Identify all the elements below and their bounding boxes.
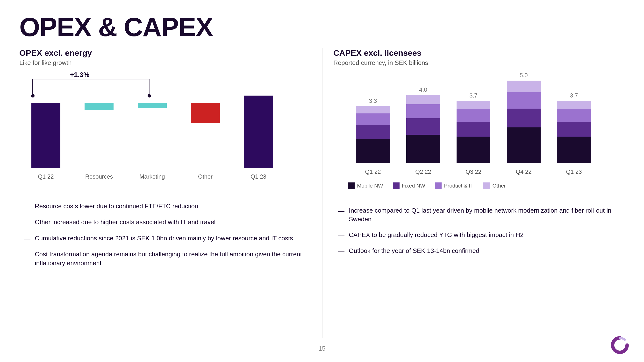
capex-x-labels: Q1 22 Q2 22 Q3 22 Q4 22 Q1 23 xyxy=(348,168,599,175)
wf-bar-resources xyxy=(84,103,114,168)
wf-bar-segment xyxy=(191,103,220,123)
segment-other xyxy=(456,101,490,109)
bullet-dash-1: — xyxy=(24,202,30,211)
wf-xlabel-q123: Q1 23 xyxy=(244,173,273,180)
bracket-label: +1.3% xyxy=(70,71,90,79)
wf-spacer xyxy=(84,110,114,168)
right-bullet-3: — Outlook for the year of SEK 13-14bn co… xyxy=(338,246,628,256)
chart-legend: Mobile NW Fixed NW Product & IT Other xyxy=(348,182,628,189)
segment-product-it xyxy=(507,92,540,109)
bullet-dash-4: — xyxy=(24,250,30,259)
segment-fixed-nw xyxy=(406,118,440,135)
right-bullet-text-3: Outlook for the year of SEK 13-14bn conf… xyxy=(349,246,480,255)
bullet-text-1: Resource costs lower due to continued FT… xyxy=(35,202,198,210)
wf-spacer xyxy=(138,108,167,168)
section-divider xyxy=(322,48,322,338)
capex-xlabel-q422: Q4 22 xyxy=(507,168,540,175)
left-bullets: — Resource costs lower due to continued … xyxy=(19,202,314,267)
left-panel: OPEX excl. energy Like for like growth +… xyxy=(19,48,314,274)
right-bullet-2: — CAPEX to be gradually reduced YTG with… xyxy=(338,231,628,240)
segment-other xyxy=(406,95,440,104)
bullet-2: — Other increased due to higher costs as… xyxy=(24,218,314,227)
stacked-q122 xyxy=(356,106,390,163)
legend-color-product-it xyxy=(435,182,442,189)
capex-section-title: CAPEX excl. licensees xyxy=(333,48,628,58)
bullet-1: — Resource costs lower due to continued … xyxy=(24,202,314,211)
company-logo xyxy=(610,336,630,355)
legend-label-product-it: Product & IT xyxy=(444,183,474,189)
bullet-text-4: Cost transformation agenda remains but c… xyxy=(35,250,314,267)
segment-mobile-nw xyxy=(507,127,540,163)
right-bullet-dash-2: — xyxy=(338,231,344,240)
legend-fixed-nw: Fixed NW xyxy=(393,182,426,189)
segment-product-it xyxy=(356,113,390,125)
wf-spacer xyxy=(191,123,220,168)
capex-bar-q422: 5.0 xyxy=(507,72,540,163)
capex-section-subtitle: Reported currency, in SEK billions xyxy=(333,59,628,67)
waterfall-bars xyxy=(19,88,285,168)
capex-bar-q123: 3.7 xyxy=(557,92,591,163)
bar-total-q322: 3.7 xyxy=(469,92,477,99)
segment-other xyxy=(356,106,390,113)
bullet-text-3: Cumulative reductions since 2021 is SEK … xyxy=(35,234,293,243)
waterfall-chart: +1.3% xyxy=(19,76,285,182)
capex-xlabel-q222: Q2 22 xyxy=(406,168,440,175)
capex-xlabel-q123: Q1 23 xyxy=(557,168,591,175)
right-bullet-text-2: CAPEX to be gradually reduced YTG with b… xyxy=(349,231,524,239)
capex-xlabel-q322: Q3 22 xyxy=(456,168,490,175)
right-bullet-1: — Increase compared to Q1 last year driv… xyxy=(338,206,628,224)
capex-bars-container: 3.3 4.0 3.7 xyxy=(348,83,599,163)
bar-total-q122: 3.3 xyxy=(369,97,377,104)
stacked-q422 xyxy=(507,81,540,163)
right-bullet-dash-1: — xyxy=(338,207,344,215)
segment-mobile-nw xyxy=(557,137,591,163)
opex-section-title: OPEX excl. energy xyxy=(19,48,314,58)
wf-bar-segment xyxy=(138,103,167,108)
page-number: 15 xyxy=(318,345,326,352)
wf-xlabel-marketing: Marketing xyxy=(138,173,167,180)
segment-other xyxy=(507,81,540,92)
stacked-q322 xyxy=(456,101,490,163)
wf-bar-other xyxy=(191,103,220,168)
bar-total-q422: 5.0 xyxy=(520,72,528,79)
segment-fixed-nw xyxy=(456,122,490,137)
bullet-text-2: Other increased due to higher costs asso… xyxy=(35,218,216,226)
legend-label-other: Other xyxy=(492,183,506,189)
wf-xlabel-q122: Q1 22 xyxy=(32,173,60,180)
segment-fixed-nw xyxy=(507,109,540,127)
legend-label-mobile-nw: Mobile NW xyxy=(357,183,383,189)
capex-bar-q222: 4.0 xyxy=(406,86,440,163)
capex-bar-chart: 3.3 4.0 3.7 xyxy=(333,76,599,178)
right-bullets: — Increase compared to Q1 last year driv… xyxy=(333,206,628,256)
bar-total-q123: 3.7 xyxy=(570,92,578,99)
legend-product-it: Product & IT xyxy=(435,182,474,189)
bar-total-q222: 4.0 xyxy=(419,86,427,93)
segment-product-it xyxy=(557,109,591,122)
page-title: OPEX & CAPEX xyxy=(19,11,213,42)
right-bullet-text-1: Increase compared to Q1 last year driven… xyxy=(349,206,628,224)
right-panel: CAPEX excl. licensees Reported currency,… xyxy=(333,48,628,263)
bullet-3: — Cumulative reductions since 2021 is SE… xyxy=(24,234,314,243)
bullet-dash-3: — xyxy=(24,234,30,243)
segment-other xyxy=(557,101,591,109)
right-bullet-dash-3: — xyxy=(338,247,344,256)
wf-bar-q123 xyxy=(244,96,273,168)
stacked-q123 xyxy=(557,101,591,163)
segment-product-it xyxy=(406,104,440,118)
legend-color-mobile-nw xyxy=(348,182,354,189)
legend-label-fixed-nw: Fixed NW xyxy=(402,183,426,189)
wf-bar-segment xyxy=(32,103,60,168)
legend-mobile-nw: Mobile NW xyxy=(348,182,383,189)
wf-bar-q122 xyxy=(32,103,60,168)
opex-section-subtitle: Like for like growth xyxy=(19,59,314,67)
wf-xlabel-other: Other xyxy=(191,173,220,180)
capex-xlabel-q122: Q1 22 xyxy=(356,168,390,175)
segment-mobile-nw xyxy=(456,137,490,163)
legend-color-fixed-nw xyxy=(393,182,400,189)
legend-other: Other xyxy=(483,182,506,189)
wf-xlabel-resources: Resources xyxy=(84,173,114,180)
bullet-4: — Cost transformation agenda remains but… xyxy=(24,250,314,267)
legend-color-other xyxy=(483,182,490,189)
waterfall-x-labels: Q1 22 Resources Marketing Other Q1 23 xyxy=(19,173,285,180)
bullet-dash-2: — xyxy=(24,218,30,227)
